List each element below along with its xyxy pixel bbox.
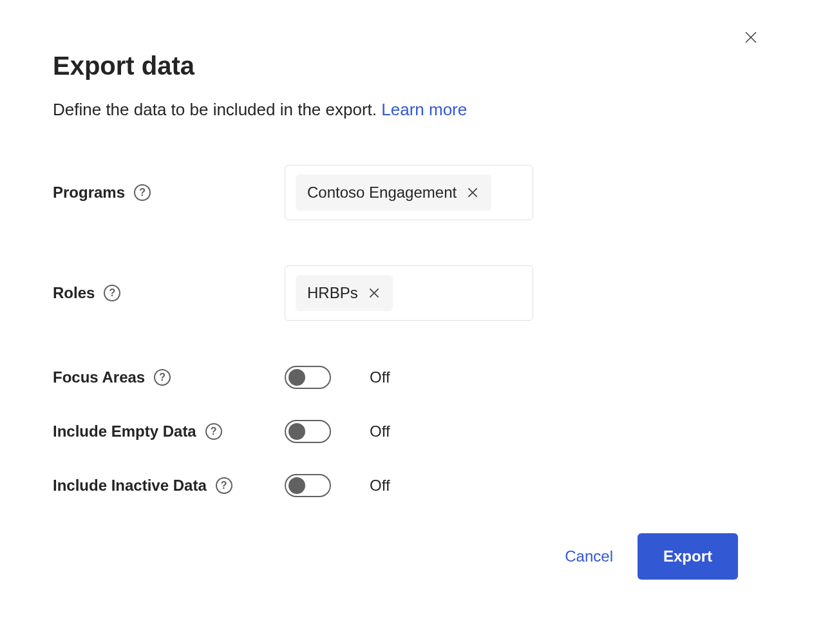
- include-empty-row: Include Empty Data ? Off: [53, 420, 770, 443]
- include-empty-label-cell: Include Empty Data ?: [53, 422, 285, 440]
- dialog-footer: Cancel Export: [565, 533, 738, 580]
- focus-areas-label-cell: Focus Areas ?: [53, 368, 285, 386]
- roles-label: Roles: [53, 284, 95, 302]
- close-icon: [743, 30, 759, 45]
- roles-chip-label: HRBPs: [307, 284, 358, 302]
- include-inactive-toggle[interactable]: [285, 474, 331, 497]
- include-inactive-state: Off: [370, 477, 390, 495]
- programs-chip: Contoso Engagement: [296, 175, 491, 211]
- include-empty-toggle[interactable]: [285, 420, 331, 443]
- toggle-knob: [289, 477, 305, 494]
- focus-areas-state: Off: [370, 368, 390, 386]
- close-button[interactable]: [739, 26, 762, 49]
- help-icon[interactable]: ?: [216, 477, 232, 494]
- help-icon[interactable]: ?: [154, 369, 171, 386]
- roles-label-cell: Roles ?: [53, 284, 285, 302]
- roles-row: Roles ? HRBPs: [53, 265, 770, 321]
- help-icon[interactable]: ?: [205, 423, 222, 440]
- programs-label: Programs: [53, 184, 125, 202]
- roles-input[interactable]: HRBPs: [285, 265, 533, 321]
- toggle-knob: [289, 369, 305, 386]
- help-icon[interactable]: ?: [104, 285, 120, 301]
- include-empty-state: Off: [370, 422, 390, 440]
- programs-row: Programs ? Contoso Engagement: [53, 165, 770, 220]
- learn-more-link[interactable]: Learn more: [381, 100, 467, 119]
- export-button[interactable]: Export: [638, 533, 738, 580]
- subtitle-text: Define the data to be included in the ex…: [53, 100, 377, 119]
- remove-role-button[interactable]: [367, 286, 381, 300]
- close-icon: [466, 186, 479, 199]
- include-inactive-row: Include Inactive Data ? Off: [53, 474, 770, 497]
- programs-label-cell: Programs ?: [53, 184, 285, 202]
- export-data-dialog: Export data Define the data to be includ…: [0, 0, 823, 644]
- include-empty-label: Include Empty Data: [53, 422, 196, 440]
- dialog-title: Export data: [53, 52, 770, 80]
- focus-areas-row: Focus Areas ? Off: [53, 366, 770, 389]
- dialog-subtitle: Define the data to be included in the ex…: [53, 100, 770, 120]
- include-inactive-label: Include Inactive Data: [53, 477, 207, 495]
- programs-input[interactable]: Contoso Engagement: [285, 165, 533, 220]
- programs-chip-label: Contoso Engagement: [307, 184, 457, 202]
- focus-areas-toggle[interactable]: [285, 366, 331, 389]
- roles-chip: HRBPs: [296, 275, 393, 311]
- help-icon[interactable]: ?: [134, 184, 151, 201]
- remove-program-button[interactable]: [466, 185, 480, 200]
- include-inactive-label-cell: Include Inactive Data ?: [53, 477, 285, 495]
- toggle-knob: [289, 423, 305, 440]
- close-icon: [368, 287, 381, 299]
- focus-areas-label: Focus Areas: [53, 368, 145, 386]
- cancel-button[interactable]: Cancel: [565, 547, 613, 565]
